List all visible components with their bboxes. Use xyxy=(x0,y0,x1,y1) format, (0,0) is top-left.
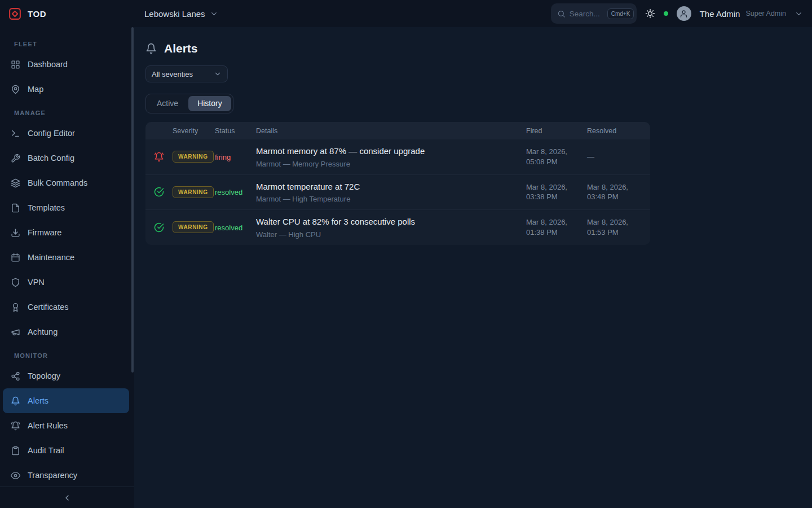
chevron-left-icon xyxy=(63,493,72,502)
alert-subtitle: Marmot — High Temperature xyxy=(256,195,517,203)
sidebar-footer xyxy=(0,487,134,508)
sidebar-item-batch-config[interactable]: Batch Config xyxy=(3,146,129,170)
sidebar-item-templates[interactable]: Templates xyxy=(3,195,129,220)
sidebar: FLEETDashboardMapMANAGEConfig EditorBatc… xyxy=(0,27,134,508)
sidebar-item-label: Maintenance xyxy=(28,253,74,262)
topbar-right: Cmd+K The Admin Super Admin xyxy=(551,3,812,24)
tab-history[interactable]: History xyxy=(188,96,231,111)
alert-title: Walter CPU at 82% for 3 consecutive poll… xyxy=(256,216,517,227)
column-severity: Severity xyxy=(173,127,215,135)
avatar[interactable] xyxy=(677,6,691,21)
sidebar-item-label: Dashboard xyxy=(28,60,68,69)
check-circle-icon xyxy=(154,187,164,197)
user-icon xyxy=(679,10,688,18)
bell-ring-icon xyxy=(11,421,20,431)
resolved-time: Mar 8, 2026, 01:53 PM xyxy=(587,217,650,237)
alert-row[interactable]: WARNINGresolvedWalter CPU at 82% for 3 c… xyxy=(145,209,650,245)
sidebar-item-label: Templates xyxy=(28,203,65,212)
severity-badge: WARNING xyxy=(173,221,214,233)
chevron-down-icon xyxy=(214,70,222,78)
status-text: resolved xyxy=(215,188,242,196)
sidebar-item-vpn[interactable]: VPN xyxy=(3,270,129,295)
user-name: The Admin xyxy=(700,9,740,19)
alert-row[interactable]: WARNINGresolvedMarmot temperature at 72C… xyxy=(145,174,650,210)
sidebar-collapse-button[interactable] xyxy=(60,491,74,505)
sidebar-item-label: Config Editor xyxy=(28,129,75,138)
sidebar-item-label: Topology xyxy=(28,371,60,380)
sidebar-item-firmware[interactable]: Firmware xyxy=(3,220,129,245)
sidebar-item-topology[interactable]: Topology xyxy=(3,364,129,388)
sidebar-item-label: Firmware xyxy=(28,228,61,237)
severity-badge: WARNING xyxy=(173,186,214,198)
sidebar-item-config-editor[interactable]: Config Editor xyxy=(3,121,129,146)
resolved-time: Mar 8, 2026, 03:48 PM xyxy=(587,182,650,202)
theme-toggle-sun-icon[interactable] xyxy=(645,8,655,19)
severity-filter-select[interactable]: All severities xyxy=(145,65,228,82)
org-selector-label: Lebowski Lanes xyxy=(144,9,205,19)
status-text: firing xyxy=(215,153,231,161)
topology-icon xyxy=(11,371,20,381)
bell-icon xyxy=(11,396,20,406)
sidebar-item-label: Batch Config xyxy=(28,154,74,163)
sidebar-item-label: Achtung xyxy=(28,327,58,336)
brand: TOD xyxy=(0,7,134,21)
column-resolved: Resolved xyxy=(587,127,650,135)
sidebar-item-label: VPN xyxy=(28,278,45,287)
sidebar-nav: FLEETDashboardMapMANAGEConfig EditorBatc… xyxy=(0,27,134,487)
severity-filter-value: All severities xyxy=(152,70,193,78)
alert-title: Marmot memory at 87% — consider upgrade xyxy=(256,146,517,157)
sidebar-item-label: Alerts xyxy=(28,396,48,405)
column-status: Status xyxy=(215,127,256,135)
alerts-tabs: Active History xyxy=(145,94,233,113)
column-details: Details xyxy=(256,127,526,135)
user-menu-chevron-down-icon[interactable] xyxy=(795,10,803,18)
alerts-table-body: WARNINGfiringMarmot memory at 87% — cons… xyxy=(145,139,650,245)
dashboard-grid-icon xyxy=(11,60,20,69)
alert-subtitle: Marmot — Memory Pressure xyxy=(256,160,517,168)
page-header: Alerts xyxy=(145,42,798,55)
search-box[interactable]: Cmd+K xyxy=(551,3,637,24)
fired-time: Mar 8, 2026, 03:38 PM xyxy=(526,182,587,202)
eye-icon xyxy=(11,471,20,480)
sidebar-section-label-monitor: MONITOR xyxy=(0,352,134,360)
sidebar-item-alerts[interactable]: Alerts xyxy=(3,388,129,413)
topbar: TOD Lebowski Lanes Cmd+K The Admin Super… xyxy=(0,0,812,27)
column-fired: Fired xyxy=(526,127,587,135)
org-selector[interactable]: Lebowski Lanes xyxy=(144,9,218,19)
alert-row[interactable]: WARNINGfiringMarmot memory at 87% — cons… xyxy=(145,139,650,174)
sidebar-item-maintenance[interactable]: Maintenance xyxy=(3,245,129,270)
tab-active[interactable]: Active xyxy=(148,96,187,111)
sidebar-scrollbar[interactable] xyxy=(131,27,134,508)
sidebar-item-certificates[interactable]: Certificates xyxy=(3,295,129,319)
fired-time: Mar 8, 2026, 05:08 PM xyxy=(526,147,587,167)
download-icon xyxy=(11,228,20,238)
clipboard-icon xyxy=(11,446,20,456)
sidebar-item-label: Transparency xyxy=(28,471,77,480)
map-pin-icon xyxy=(11,85,20,94)
search-input[interactable] xyxy=(570,10,603,18)
brand-name: TOD xyxy=(28,9,46,19)
search-icon xyxy=(557,10,566,18)
alert-title: Marmot temperature at 72C xyxy=(256,181,517,192)
logo-diamond-icon xyxy=(8,7,22,21)
sidebar-item-achtung[interactable]: Achtung xyxy=(3,319,129,344)
severity-badge: WARNING xyxy=(173,151,214,163)
sidebar-item-transparency[interactable]: Transparency xyxy=(3,463,129,487)
wrench-icon xyxy=(11,154,20,163)
page-title: Alerts xyxy=(164,42,198,55)
sidebar-item-map[interactable]: Map xyxy=(3,77,129,102)
sidebar-section-label-fleet: FLEET xyxy=(0,41,134,49)
sidebar-item-dashboard[interactable]: Dashboard xyxy=(3,52,129,77)
chevron-down-icon xyxy=(210,10,218,18)
file-icon xyxy=(11,203,20,213)
sidebar-section-label-manage: MANAGE xyxy=(0,110,134,117)
main-content: Alerts All severities Active History Sev… xyxy=(134,27,812,508)
alert-subtitle: Walter — High CPU xyxy=(256,230,517,239)
sidebar-item-alert-rules[interactable]: Alert Rules xyxy=(3,413,129,438)
sidebar-item-bulk-commands[interactable]: Bulk Commands xyxy=(3,170,129,195)
shield-icon xyxy=(11,278,20,287)
calendar-icon xyxy=(11,253,20,262)
sidebar-item-label: Alert Rules xyxy=(28,421,68,430)
scrollbar-thumb[interactable] xyxy=(131,27,134,373)
sidebar-item-audit-trail[interactable]: Audit Trail xyxy=(3,438,129,463)
